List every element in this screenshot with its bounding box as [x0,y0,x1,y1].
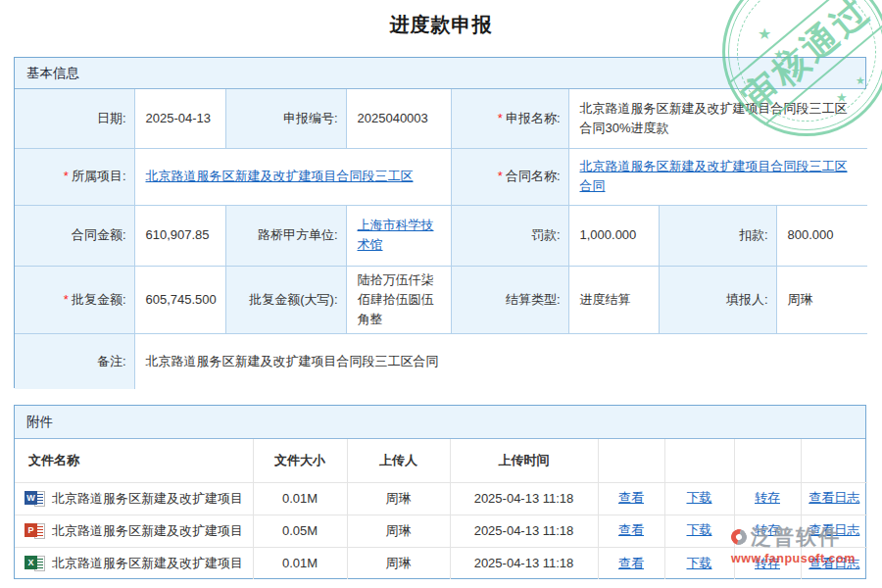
project-link[interactable]: 北京路道服务区新建及改扩建项目合同段三工区 [146,169,414,183]
declare-no-label: 申报编号: [225,89,346,148]
view-cell: 查看 [598,514,664,547]
file-uploader: 周琳 [347,482,450,514]
reporter-value: 周琳 [776,266,867,333]
file-uploader: 周琳 [347,514,450,547]
penalty-value: 1,000.000 [568,205,659,266]
col-action-empty [734,439,801,482]
attachments-panel: 附件 文件名称 文件大小 上传人 上传时间 W 北京路道服 [14,405,866,579]
contract-name-label: *合同名称: [451,148,568,205]
view-link[interactable]: 查看 [618,522,644,537]
file-size: 0.01M [253,482,347,514]
date-label: 日期: [15,89,134,148]
required-asterisk: * [64,292,69,307]
contract-name-link[interactable]: 北京路道服务区新建及改扩建项目合同段三工区合同 [580,159,848,193]
file-name: 北京路道服务区新建及改扩建项目 [52,490,243,508]
project-label: *所属项目: [15,148,134,205]
view-link[interactable]: 查看 [618,490,644,505]
view-log-link[interactable]: 查看日志 [808,522,859,537]
file-size: 0.05M [253,514,347,547]
contract-amount-value: 610,907.85 [134,205,225,266]
required-asterisk: * [498,111,503,125]
download-cell: 下载 [664,547,734,579]
declare-name-label: *申报名称: [451,89,568,148]
col-action-empty [664,439,734,482]
settlement-type-label: 结算类型: [451,266,568,333]
view-cell: 查看 [598,547,664,579]
approved-amount-value: 605,745.500 [134,266,225,333]
declare-name-value: 北京路道服务区新建及改扩建项目合同段三工区合同30%进度款 [568,89,867,148]
file-name-cell: W 北京路道服务区新建及改扩建项目 [15,482,253,514]
view-log-link[interactable]: 查看日志 [808,490,859,505]
view-log-cell: 查看日志 [801,547,867,579]
download-cell: 下载 [664,482,734,514]
contract-name-value: 北京路道服务区新建及改扩建项目合同段三工区合同 [568,148,867,205]
transfer-cell: 转存 [734,547,801,579]
attachment-row: W 北京路道服务区新建及改扩建项目 0.01M 周琳 2025-04-13 11… [15,482,867,514]
col-action-empty [598,439,664,482]
penalty-label: 罚款: [451,205,568,266]
view-log-cell: 查看日志 [801,514,867,547]
transfer-link[interactable]: 转存 [755,556,780,570]
required-asterisk: * [498,169,503,183]
file-name-cell: X 北京路道服务区新建及改扩建项目 [15,547,253,579]
reporter-label: 填报人: [659,266,776,333]
project-value: 北京路道服务区新建及改扩建项目合同段三工区 [134,148,451,205]
download-link[interactable]: 下载 [687,556,712,570]
file-uploader: 周琳 [347,547,450,579]
attachment-row: X 北京路道服务区新建及改扩建项目 0.01M 周琳 2025-04-13 11… [15,547,867,579]
col-upload-time: 上传时间 [450,439,598,482]
attachments-section-header: 附件 [15,406,865,439]
transfer-link[interactable]: 转存 [755,490,780,505]
word-file-icon: W [24,490,46,507]
page-title: 进度款申报 [0,12,882,38]
party-a-unit-link[interactable]: 上海市科学技术馆 [358,218,434,252]
attachments-table: 文件名称 文件大小 上传人 上传时间 W 北京路道服务区新建及改扩建项目 0.0… [15,439,867,579]
download-cell: 下载 [664,514,734,547]
deduction-label: 扣款: [659,205,776,266]
contract-amount-label: 合同金额: [15,205,134,266]
party-a-unit-label: 路桥甲方单位: [225,205,346,266]
col-action-empty [801,439,867,482]
approved-amount-caps-value: 陆拾万伍仟柒佰肆拾伍圆伍角整 [346,266,451,333]
view-cell: 查看 [598,482,664,514]
basic-info-table: 日期: 2025-04-13 申报编号: 2025040003 *申报名称: 北… [15,89,867,389]
declare-no-value: 2025040003 [346,89,451,148]
file-size: 0.01M [253,547,347,579]
col-file-name: 文件名称 [15,439,253,482]
file-name: 北京路道服务区新建及改扩建项目 [52,555,243,572]
col-uploader: 上传人 [347,439,450,482]
file-name-cell: P 北京路道服务区新建及改扩建项目 [15,514,253,547]
transfer-link[interactable]: 转存 [755,522,780,537]
col-file-size: 文件大小 [253,439,347,482]
file-upload-time: 2025-04-13 11:18 [450,547,598,579]
file-upload-time: 2025-04-13 11:18 [450,514,598,547]
powerpoint-file-icon: P [24,522,46,539]
download-link[interactable]: 下载 [687,522,712,537]
download-link[interactable]: 下载 [687,490,712,505]
remark-label: 备注: [15,333,134,389]
transfer-cell: 转存 [734,482,801,514]
excel-file-icon: X [24,555,46,571]
remark-value: 北京路道服务区新建及改扩建项目合同段三工区合同 [134,333,867,389]
attachments-header-row: 文件名称 文件大小 上传人 上传时间 [15,439,867,482]
approved-amount-caps-label: 批复金额(大写): [225,266,346,333]
transfer-cell: 转存 [734,514,801,547]
party-a-unit-value: 上海市科学技术馆 [346,205,451,266]
required-asterisk: * [64,169,69,183]
settlement-type-value: 进度结算 [568,266,659,333]
page: 进度款申报 基本信息 日期: 2025-04-13 申报编号: 20250400… [0,0,882,588]
file-name: 北京路道服务区新建及改扩建项目 [52,522,243,540]
date-value: 2025-04-13 [134,89,225,148]
view-log-link[interactable]: 查看日志 [808,556,859,570]
view-log-cell: 查看日志 [801,482,867,514]
view-link[interactable]: 查看 [618,556,644,570]
deduction-value: 800.000 [776,205,867,266]
attachment-row: P 北京路道服务区新建及改扩建项目 0.05M 周琳 2025-04-13 11… [15,514,867,547]
basic-info-panel: 基本信息 日期: 2025-04-13 申报编号: 2025040003 *申报… [14,57,866,388]
basic-info-section-header: 基本信息 [15,58,865,89]
file-upload-time: 2025-04-13 11:18 [450,482,598,514]
approved-amount-label: *批复金额: [15,266,134,333]
